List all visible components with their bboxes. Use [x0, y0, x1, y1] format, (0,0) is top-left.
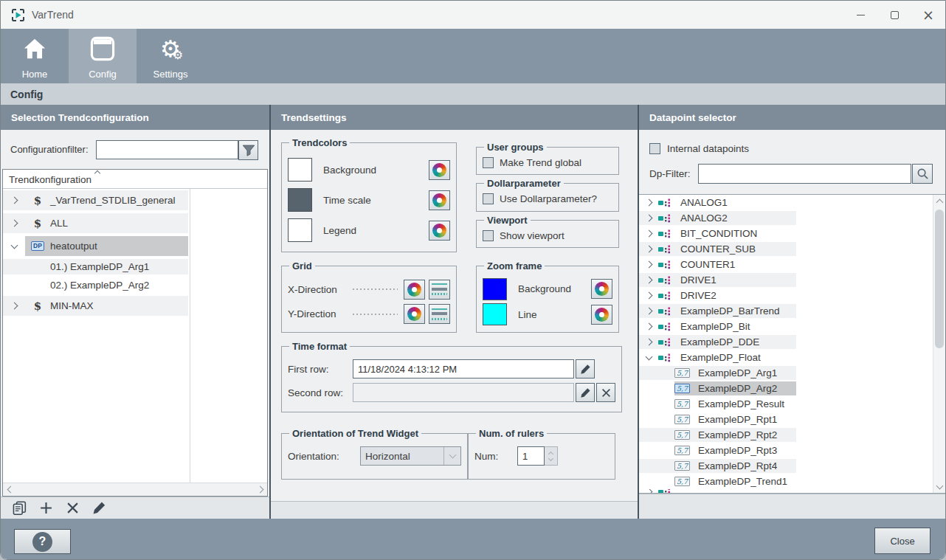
tree-item[interactable]: $ DP _VarTrend_STDLIB_general — [3, 189, 267, 212]
datapoint-item[interactable]: 5,7 COUNTER_SUB — [639, 241, 946, 257]
help-button[interactable]: ? — [14, 529, 71, 554]
x-grid-linestyle-button[interactable] — [429, 280, 450, 300]
datapoint-item[interactable]: 5,7 ANALOG1 — [639, 195, 946, 210]
horizontal-scrollbar[interactable] — [3, 483, 267, 496]
expand-icon[interactable] — [639, 277, 658, 283]
delete-button[interactable] — [64, 500, 80, 516]
expand-icon[interactable] — [639, 356, 658, 359]
zoomframe-line-swatch[interactable] — [483, 303, 507, 325]
add-button[interactable] — [38, 500, 54, 516]
expand-icon[interactable] — [3, 303, 25, 308]
dp-filter-input[interactable] — [698, 164, 911, 184]
copy-button[interactable] — [11, 500, 27, 516]
tree-item[interactable]: $ DP heatoutput — [3, 235, 267, 257]
expand-icon[interactable] — [3, 221, 25, 226]
expand-icon[interactable] — [3, 244, 25, 248]
second-row-edit-button[interactable] — [576, 383, 595, 402]
datapoint-item[interactable]: 5,7 DRIVE1 — [639, 272, 946, 288]
zoomframe-background-swatch[interactable] — [483, 278, 507, 300]
spinner-down-icon — [548, 455, 553, 460]
datapoint-item[interactable]: 5,7 ExampleDP_BarTrend — [639, 303, 946, 319]
ribbon-item-config[interactable]: Config — [69, 29, 137, 83]
scroll-up-button[interactable] — [933, 195, 945, 207]
datapoint-item[interactable]: 5,7 ExampleDP_Result — [639, 396, 946, 412]
tree-item[interactable]: $ DP 02.) ExampleDP_Arg2 — [3, 276, 267, 294]
datapoint-item[interactable]: 5,7 COUNTER1 — [639, 257, 946, 272]
dp-search-button[interactable] — [912, 164, 933, 184]
selection-trendconfiguration-panel: Selection Trendconfiguration Configurati… — [1, 105, 269, 519]
x-grid-color-button[interactable] — [404, 280, 425, 300]
expand-icon[interactable] — [639, 262, 658, 267]
tree-column-header[interactable]: Trendkonfiguration — [3, 170, 267, 189]
pencil-icon — [92, 501, 106, 515]
close-button[interactable]: Close — [874, 528, 931, 554]
legend-color-picker-button[interactable] — [429, 221, 450, 241]
datapoint-item[interactable]: 5,7 ExampleDP_Rpt4 — [639, 458, 946, 474]
datapoint-label: ExampleDP_Result — [698, 398, 784, 409]
use-dollarparameter-checkbox[interactable] — [483, 193, 494, 204]
close-window-button[interactable]: × — [911, 1, 945, 29]
datapoint-item[interactable]: 5,7 ExampleDP_Arg2 — [639, 381, 946, 396]
second-row-format-input[interactable] — [353, 383, 574, 402]
make-trend-global-checkbox[interactable] — [483, 157, 494, 168]
datapoint-item[interactable]: 5,7 ANALOG2 — [639, 210, 946, 226]
datapoint-item[interactable]: 5,7 ExampleDP_DDE — [639, 334, 946, 350]
minimize-button[interactable] — [843, 1, 877, 29]
datapoint-item[interactable]: 5,7 ExampleDP_Trend1 — [639, 474, 946, 489]
datapoint-type-icon: 5,7 — [658, 198, 679, 208]
datapoint-item[interactable]: 5,7 ExampleDP_Rpt2 — [639, 427, 946, 443]
scroll-right-button[interactable] — [255, 483, 267, 496]
expand-icon[interactable] — [639, 339, 658, 345]
datapoint-item[interactable]: 5,7 DRIVE2 — [639, 288, 946, 303]
show-viewport-checkbox[interactable] — [483, 230, 494, 241]
expand-icon[interactable] — [639, 308, 658, 314]
configurationfilter-input[interactable] — [96, 140, 238, 159]
num-rulers-input[interactable] — [517, 446, 545, 466]
background-color-picker-button[interactable] — [429, 160, 450, 180]
timescale-color-picker-button[interactable] — [429, 190, 450, 210]
edit-button[interactable] — [91, 500, 107, 516]
internal-datapoints-checkbox[interactable] — [649, 143, 660, 154]
y-grid-linestyle-button[interactable] — [429, 304, 450, 324]
num-rulers-spinner[interactable] — [545, 446, 558, 466]
datapoint-item[interactable]: 5,7 BIT_CONDITION — [639, 226, 946, 241]
maximize-icon — [891, 11, 899, 19]
scroll-left-button[interactable] — [3, 483, 15, 496]
expand-icon[interactable] — [3, 198, 25, 203]
datapoint-item[interactable]: 5,7 ExampleDP_Float — [639, 350, 946, 365]
first-row-format-input[interactable] — [353, 359, 574, 378]
datapoint-item[interactable]: 5,7 ExampleDP_Rpt1 — [639, 412, 946, 427]
ribbon-item-settings[interactable]: ⚙⚙ Settings — [137, 29, 204, 83]
tree-item[interactable]: $ DP 01.) ExampleDP_Arg1 — [3, 257, 267, 276]
zoomframe-line-color-button[interactable] — [591, 305, 612, 325]
legend-color-swatch[interactable] — [288, 218, 312, 242]
datapoint-item[interactable]: 5,7 ExampleDP_Rpt3 — [639, 443, 946, 458]
scroll-down-button[interactable] — [933, 480, 945, 493]
trendsettings-panel: Trendsettings Trendcolors Background Tim… — [271, 105, 638, 519]
vertical-scrollbar[interactable] — [933, 195, 945, 493]
expand-icon[interactable] — [639, 293, 658, 298]
orientation-dropdown[interactable]: Horizontal — [360, 446, 461, 466]
first-row-edit-button[interactable] — [576, 359, 595, 378]
expand-icon[interactable] — [639, 231, 658, 236]
datapoint-label: COUNTER1 — [680, 259, 735, 270]
time-format-group: Time format First row: Second row: — [281, 341, 622, 412]
ribbon-item-home[interactable]: Home — [1, 29, 69, 83]
maximize-button[interactable] — [877, 1, 911, 29]
filter-button[interactable] — [238, 140, 258, 160]
expand-icon[interactable] — [639, 324, 658, 329]
second-row-clear-button[interactable] — [596, 383, 615, 402]
expand-icon[interactable] — [639, 200, 658, 205]
datapoint-item[interactable]: 5,7 ExampleDP_Bit — [639, 319, 946, 334]
expand-icon[interactable] — [639, 246, 658, 252]
background-color-swatch[interactable] — [288, 158, 312, 182]
zoomframe-background-color-button[interactable] — [591, 279, 612, 299]
y-grid-color-button[interactable] — [404, 304, 425, 324]
tree-item[interactable]: $ DP MIN-MAX — [3, 294, 267, 317]
expand-icon[interactable] — [639, 215, 658, 221]
datapoint-item[interactable]: 5,7 ExampleDP_Arg1 — [639, 365, 946, 381]
scrollbar-thumb[interactable] — [935, 210, 944, 348]
timescale-color-swatch[interactable] — [288, 188, 312, 212]
tree-item[interactable]: $ DP ALL — [3, 212, 267, 235]
datapoint-type-icon: 5,7 — [658, 353, 679, 363]
